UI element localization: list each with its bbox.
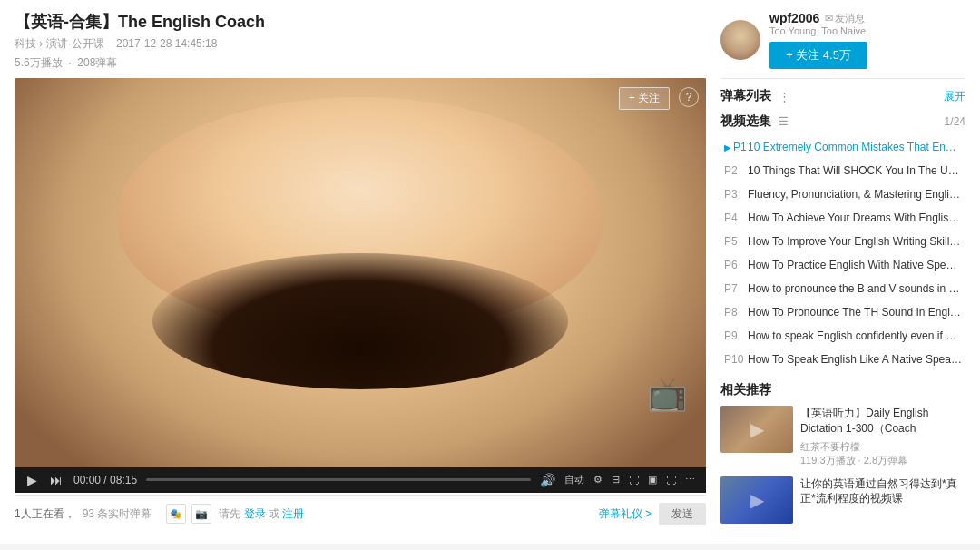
video-stats: 5.6万播放 · 208弹幕 xyxy=(15,55,706,71)
related-header: 相关推荐 xyxy=(720,382,965,398)
author-section: wpf2006 ✉ 发消息 Too Young, Too Naive + 关注 … xyxy=(720,11,965,79)
item-title-6: How To Practice English With Native Spea… xyxy=(748,259,962,271)
playlist-item-9[interactable]: P9 How to speak English confidently even… xyxy=(720,324,965,348)
send-button[interactable]: 发送 xyxy=(659,503,706,525)
author-avatar[interactable] xyxy=(720,20,760,60)
live-action-icons: 🎭 📷 xyxy=(166,504,211,524)
item-num-8: P8 xyxy=(724,306,748,319)
danmu-count: 208弹幕 xyxy=(77,56,117,69)
danmu-menu-icon[interactable]: ⋮ xyxy=(779,90,790,103)
video-title: 【英语-合集】The English Coach xyxy=(15,11,706,33)
playlist-item-8[interactable]: P8 How To Pronounce The TH Sound In Engl… xyxy=(720,300,965,324)
video-date: 2017-12-28 14:45:18 xyxy=(116,37,217,50)
author-name[interactable]: wpf2006 xyxy=(769,11,819,25)
related-thumb-2: ▶ xyxy=(720,476,793,524)
playlist-item-1[interactable]: ▶ P1 10 Extremely Common Mistakes That E… xyxy=(720,135,965,159)
author-slogan: Too Young, Too Naive xyxy=(769,25,965,36)
help-button[interactable]: ? xyxy=(679,87,699,107)
fullscreen-icon[interactable]: ⛶ xyxy=(666,475,676,486)
related-info-2: 让你的英语通过自然习得达到*真正*流利程度的视频课 xyxy=(800,476,965,524)
progress-bar[interactable] xyxy=(146,478,531,481)
item-title-2: 10 Things That Will SHOCK You In The USA xyxy=(748,164,962,177)
item-title-7: How to pronounce the B and V sounds in E… xyxy=(748,282,962,295)
playlist-item-4[interactable]: P4 How To Achieve Your Dreams With Engli… xyxy=(720,206,965,230)
item-title-8: How To Pronounce The TH Sound In English xyxy=(748,306,962,319)
mini-player-icon[interactable]: ▣ xyxy=(648,474,657,486)
author-info: wpf2006 ✉ 发消息 Too Young, Too Naive + 关注 … xyxy=(769,11,965,69)
login-hint: 请先 登录 或 注册 xyxy=(219,506,304,522)
active-play-icon: ▶ xyxy=(724,142,731,152)
related-title-2: 让你的英语通过自然习得达到*真正*流利程度的视频课 xyxy=(800,476,965,507)
playlist-item-5[interactable]: P5 How To Improve Your English Writing S… xyxy=(720,230,965,253)
viewer-count: 1人正在看， xyxy=(15,506,75,522)
danmu-section-header: 弹幕列表 ⋮ 展开 xyxy=(720,88,965,104)
playlist-item-3[interactable]: P3 Fluency, Pronunciation, & Mastering E… xyxy=(720,182,965,206)
item-num-2: P2 xyxy=(724,164,748,177)
view-count: 5.6万播放 xyxy=(15,56,63,69)
item-num-7: P7 xyxy=(724,282,748,295)
playlist-item-2[interactable]: P2 10 Things That Will SHOCK You In The … xyxy=(720,159,965,182)
related-title-1: 【英语听力】Daily English Dictation 1-300（Coac… xyxy=(800,406,965,437)
video-controls: ▶ ⏭ 00:00 / 08:15 🔊 自动 ⚙ ⊟ ⛶ ▣ ⛶ ⋯ xyxy=(15,467,706,493)
playlist-item-6[interactable]: P6 How To Practice English With Native S… xyxy=(720,253,965,277)
item-num-3: P3 xyxy=(724,188,748,201)
item-num-6: P6 xyxy=(724,259,748,271)
message-button[interactable]: ✉ 发消息 xyxy=(825,12,865,25)
danmu-expand-button[interactable]: 展开 xyxy=(944,89,965,104)
item-num-10: P10 xyxy=(724,353,748,366)
tv-icon: 📺 xyxy=(647,375,688,413)
item-title-3: Fluency, Pronunciation, & Mastering Engl… xyxy=(748,188,962,201)
item-title-10: How To Speak English Like A Native Speak… xyxy=(748,353,962,366)
playlist-item-7[interactable]: P7 How to pronounce the B and V sounds i… xyxy=(720,277,965,300)
video-thumbnail xyxy=(15,78,706,467)
subtitle-icon[interactable]: ⊟ xyxy=(612,474,620,486)
danmu-etiquette[interactable]: 弹幕礼仪 > xyxy=(599,506,652,522)
play-button[interactable]: ▶ xyxy=(25,473,39,487)
playlist-item-10[interactable]: P10 How To Speak English Like A Native S… xyxy=(720,348,965,371)
item-num-9: P9 xyxy=(724,329,748,342)
playlist-count: 1/24 xyxy=(945,115,965,128)
more-icon[interactable]: ⋯ xyxy=(685,474,695,486)
time-display: 00:00 / 08:15 xyxy=(74,474,137,486)
playlist-items: ▶ P1 10 Extremely Common Mistakes That E… xyxy=(720,135,965,371)
item-title-9: How to speak English confidently even if… xyxy=(748,329,962,342)
live-danmu-count: 93 条实时弹幕 xyxy=(83,506,152,522)
live-bar: 1人正在看， 93 条实时弹幕 🎭 📷 请先 登录 或 注册 弹幕礼仪 > 发送 xyxy=(15,495,706,525)
related-thumb-1: ▶ xyxy=(720,406,793,453)
next-button[interactable]: ⏭ xyxy=(48,473,64,487)
live-icon-2[interactable]: 📷 xyxy=(191,504,211,524)
item-title-4: How To Achieve Your Dreams With English … xyxy=(748,211,962,224)
danmu-section-title: 弹幕列表 xyxy=(720,88,771,104)
playlist-header: 视频选集 ☰ 1/24 xyxy=(720,113,965,130)
settings-icon[interactable]: ⚙ xyxy=(593,474,603,486)
playlist-title: 视频选集 xyxy=(720,113,771,130)
item-title-1: 10 Extremely Common Mistakes That Engli.… xyxy=(748,141,962,153)
live-icon-1[interactable]: 🎭 xyxy=(166,504,186,524)
login-link[interactable]: 登录 xyxy=(244,507,266,520)
breadcrumb: 科技 › 演讲-公开课 xyxy=(15,37,104,50)
screen-icon[interactable]: ⛶ xyxy=(629,475,639,486)
video-meta: 科技 › 演讲-公开课 2017-12-28 14:45:18 xyxy=(15,36,706,52)
video-player[interactable]: + 关注 ? 📺 xyxy=(15,78,706,467)
related-item-1[interactable]: ▶ 【英语听力】Daily English Dictation 1-300（Co… xyxy=(720,406,965,467)
item-num-5: P5 xyxy=(724,235,748,248)
related-meta-1: 红茶不要柠檬 119.3万播放 · 2.8万弹幕 xyxy=(800,440,965,467)
auto-quality-label[interactable]: 自动 xyxy=(564,473,584,486)
item-num-4: P4 xyxy=(724,211,748,224)
related-item-2[interactable]: ▶ 让你的英语通过自然习得达到*真正*流利程度的视频课 xyxy=(720,476,965,524)
volume-icon[interactable]: 🔊 xyxy=(540,473,555,487)
follow-author-button[interactable]: + 关注 4.5万 xyxy=(769,42,867,69)
register-link[interactable]: 注册 xyxy=(282,507,304,520)
playlist-menu-icon[interactable]: ☰ xyxy=(779,115,789,128)
item-title-5: How To Improve Your English Writing Skil… xyxy=(748,235,962,248)
time-total: 08:15 xyxy=(110,474,137,486)
sidebar: wpf2006 ✉ 发消息 Too Young, Too Naive + 关注 … xyxy=(720,11,965,533)
related-info-1: 【英语听力】Daily English Dictation 1-300（Coac… xyxy=(800,406,965,467)
danmu-send-area: 弹幕礼仪 > 发送 xyxy=(599,503,706,525)
avatar-image xyxy=(720,20,760,60)
item-num-1: ▶ P1 xyxy=(724,141,748,153)
time-current: 00:00 xyxy=(74,474,101,486)
follow-overlay-button[interactable]: + 关注 xyxy=(619,87,670,110)
